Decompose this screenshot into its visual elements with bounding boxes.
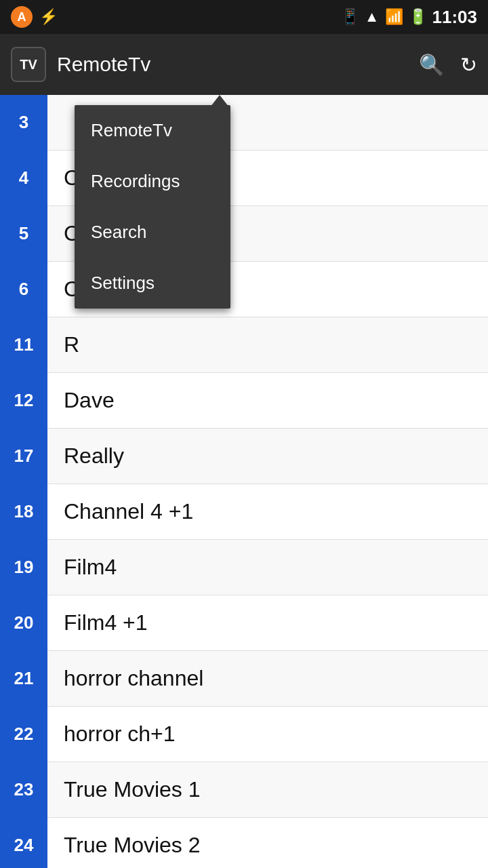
channel-name: Channel 4 +1 bbox=[47, 499, 193, 524]
channel-row[interactable]: 22horror ch+1 bbox=[0, 707, 488, 762]
avast-icon: A bbox=[11, 6, 33, 28]
channel-row[interactable]: 3 bbox=[0, 95, 488, 151]
channel-number: 22 bbox=[0, 707, 47, 762]
channel-name: True Movies 1 bbox=[47, 777, 201, 802]
channel-number: 24 bbox=[0, 818, 47, 869]
app-title: RemoteTv bbox=[57, 53, 419, 76]
lightning-icon: ⚡ bbox=[39, 8, 58, 26]
search-icon: 🔍 bbox=[419, 54, 444, 76]
channel-number: 3 bbox=[0, 95, 47, 151]
channel-list: 34C5C6C11R12Dave17Really18Channel 4 +119… bbox=[0, 95, 488, 868]
status-right-icons: 📱 ▲ 📶 🔋 11:03 bbox=[341, 7, 477, 28]
refresh-icon: ↻ bbox=[460, 54, 477, 76]
channel-number: 12 bbox=[0, 373, 47, 429]
phone-icon: 📱 bbox=[341, 8, 359, 26]
channel-name: horror channel bbox=[47, 666, 203, 691]
status-left-icons: A ⚡ bbox=[11, 6, 58, 28]
dropdown-menu: RemoteTv Recordings Search Settings bbox=[75, 105, 230, 309]
menu-item-recordings[interactable]: Recordings bbox=[75, 156, 230, 207]
channel-number: 11 bbox=[0, 317, 47, 373]
channel-name: True Movies 2 bbox=[47, 833, 201, 858]
channel-row[interactable]: 5C bbox=[0, 206, 488, 262]
channel-row[interactable]: 18Channel 4 +1 bbox=[0, 484, 488, 540]
signal-icon: 📶 bbox=[385, 8, 403, 26]
status-time: 11:03 bbox=[432, 7, 478, 28]
app-bar-actions: 🔍 ↻ bbox=[419, 53, 477, 77]
channel-row[interactable]: 11R bbox=[0, 317, 488, 373]
channel-name: R bbox=[47, 332, 79, 357]
status-bar: A ⚡ 📱 ▲ 📶 🔋 11:03 bbox=[0, 0, 488, 34]
channel-row[interactable]: 20Film4 +1 bbox=[0, 595, 488, 651]
dropdown-arrow bbox=[210, 95, 229, 107]
channel-row[interactable]: 23True Movies 1 bbox=[0, 762, 488, 818]
channel-number: 5 bbox=[0, 206, 47, 262]
channel-number: 4 bbox=[0, 151, 47, 206]
channel-row[interactable]: 12Dave bbox=[0, 373, 488, 429]
channel-row[interactable]: 4C bbox=[0, 151, 488, 206]
channel-number: 23 bbox=[0, 762, 47, 818]
search-button[interactable]: 🔍 bbox=[419, 53, 444, 77]
channel-number: 21 bbox=[0, 651, 47, 707]
menu-item-search[interactable]: Search bbox=[75, 207, 230, 258]
channel-name: horror ch+1 bbox=[47, 722, 176, 747]
app-logo: TV bbox=[11, 47, 46, 82]
channel-name: Really bbox=[47, 443, 124, 469]
channel-row[interactable]: 17Really bbox=[0, 429, 488, 484]
channel-number: 19 bbox=[0, 540, 47, 595]
channel-row[interactable]: 6C bbox=[0, 262, 488, 317]
menu-item-settings[interactable]: Settings bbox=[75, 258, 230, 309]
menu-item-remotetv[interactable]: RemoteTv bbox=[75, 105, 230, 156]
channel-name: Film4 bbox=[47, 555, 117, 580]
channel-number: 17 bbox=[0, 429, 47, 484]
channel-number: 6 bbox=[0, 262, 47, 317]
channel-name: Dave bbox=[47, 388, 115, 413]
channel-row[interactable]: 21horror channel bbox=[0, 651, 488, 707]
channel-number: 20 bbox=[0, 595, 47, 651]
battery-icon: 🔋 bbox=[409, 8, 427, 26]
channel-row[interactable]: 19Film4 bbox=[0, 540, 488, 595]
channel-row[interactable]: 24True Movies 2 bbox=[0, 818, 488, 868]
channel-name: Film4 +1 bbox=[47, 610, 148, 635]
channel-number: 18 bbox=[0, 484, 47, 540]
wifi-icon: ▲ bbox=[365, 8, 380, 26]
refresh-button[interactable]: ↻ bbox=[460, 53, 477, 77]
app-bar: TV RemoteTv 🔍 ↻ bbox=[0, 34, 488, 95]
